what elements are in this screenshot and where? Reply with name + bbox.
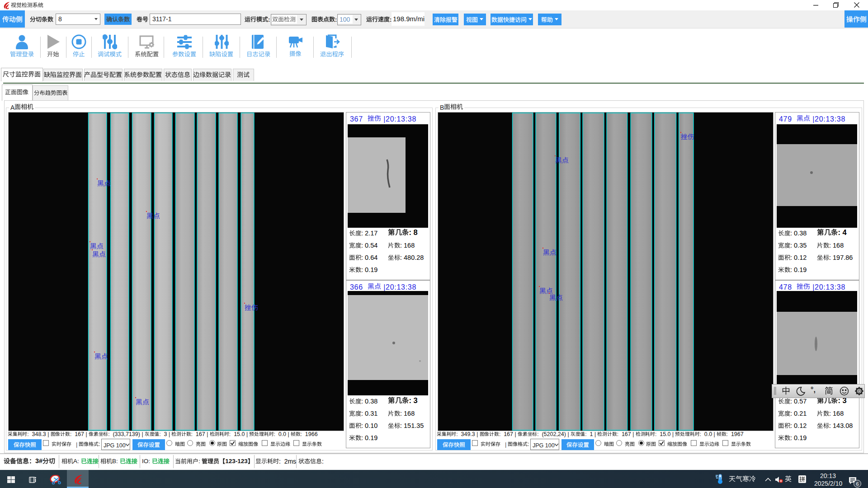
svg-text:6: 6 [856, 481, 859, 487]
